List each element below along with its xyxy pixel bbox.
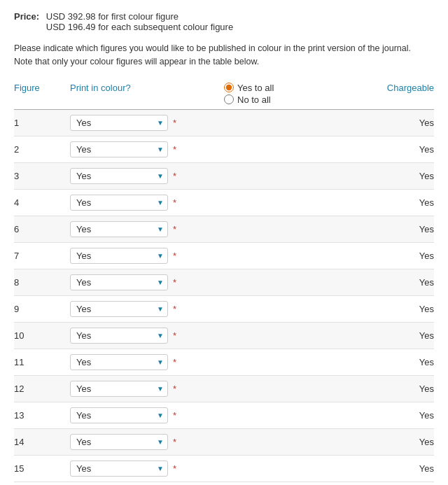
row-print[interactable]: YesNo▼*	[70, 115, 224, 131]
row-chargeable: Yes	[224, 357, 434, 367]
row-figure: 14	[14, 437, 70, 447]
table-row: 1YesNo▼*Yes	[14, 110, 434, 136]
required-star: *	[173, 224, 176, 234]
required-star: *	[173, 304, 176, 314]
no-to-all-label: No to all	[237, 94, 271, 105]
print-select[interactable]: YesNo	[70, 328, 168, 344]
print-select[interactable]: YesNo	[70, 221, 168, 237]
print-select[interactable]: YesNo	[70, 168, 168, 184]
table-row: 14YesNo▼*Yes	[14, 429, 434, 456]
table-row: 8YesNo▼*Yes	[14, 269, 434, 296]
row-chargeable: Yes	[224, 118, 434, 128]
row-print[interactable]: YesNo▼*	[70, 301, 224, 317]
required-star: *	[173, 144, 176, 155]
required-star: *	[173, 251, 176, 261]
table-row: 7YesNo▼*Yes	[14, 243, 434, 269]
table-row: 6YesNo▼*Yes	[14, 216, 434, 243]
print-select[interactable]: YesNo	[70, 141, 168, 157]
print-select[interactable]: YesNo	[70, 115, 168, 131]
print-select[interactable]: YesNo	[70, 381, 168, 397]
row-print[interactable]: YesNo▼*	[70, 248, 224, 264]
print-select[interactable]: YesNo	[70, 248, 168, 264]
row-figure: 4	[14, 197, 70, 208]
row-chargeable: Yes	[224, 410, 434, 421]
yes-to-all-label: Yes to all	[237, 83, 274, 93]
print-select[interactable]: YesNo	[70, 301, 168, 317]
table-row: 12YesNo▼*Yes	[14, 376, 434, 402]
required-star: *	[173, 410, 176, 421]
row-chargeable: Yes	[224, 384, 434, 394]
no-to-all-radio[interactable]	[224, 94, 234, 104]
row-figure: 7	[14, 251, 70, 261]
required-star: *	[173, 197, 176, 208]
header-chargeable: Chargeable	[308, 83, 434, 93]
row-print[interactable]: YesNo▼*	[70, 461, 224, 477]
row-chargeable: Yes	[224, 171, 434, 181]
print-select[interactable]: YesNo	[70, 407, 168, 423]
row-print[interactable]: YesNo▼*	[70, 328, 224, 344]
info-line1: Please indicate which figures you would …	[14, 43, 411, 53]
row-figure: 6	[14, 224, 70, 234]
row-chargeable: Yes	[224, 304, 434, 314]
table-row: 15YesNo▼*Yes	[14, 456, 434, 482]
yes-to-all-option[interactable]: Yes to all	[224, 83, 308, 93]
row-chargeable: Yes	[224, 144, 434, 155]
row-print[interactable]: YesNo▼*	[70, 407, 224, 423]
row-chargeable: Yes	[224, 251, 434, 261]
print-select[interactable]: YesNo	[70, 195, 168, 211]
row-figure: 12	[14, 384, 70, 394]
row-chargeable: Yes	[224, 330, 434, 341]
row-chargeable: Yes	[224, 224, 434, 234]
row-chargeable: Yes	[224, 463, 434, 474]
row-figure: 8	[14, 277, 70, 288]
row-figure: 13	[14, 410, 70, 421]
yes-to-all-radio[interactable]	[224, 83, 234, 92]
header-yesno: Yes to all No to all	[224, 83, 308, 105]
required-star: *	[173, 357, 176, 367]
price-section: Price: USD 392.98 for first colour figur…	[14, 11, 434, 32]
price-line2: USD 196.49 for each subsequent colour fi…	[46, 22, 233, 32]
price-values: USD 392.98 for first colour figure USD 1…	[46, 11, 233, 32]
table-row: 4YesNo▼*Yes	[14, 190, 434, 216]
row-print[interactable]: YesNo▼*	[70, 381, 224, 397]
table-row: 11YesNo▼*Yes	[14, 349, 434, 376]
row-figure: 2	[14, 144, 70, 155]
table-row: 9YesNo▼*Yes	[14, 296, 434, 323]
table-row: 3YesNo▼*Yes	[14, 163, 434, 190]
print-select[interactable]: YesNo	[70, 461, 168, 477]
print-select[interactable]: YesNo	[70, 354, 168, 370]
print-select[interactable]: YesNo	[70, 434, 168, 450]
row-print[interactable]: YesNo▼*	[70, 141, 224, 157]
row-figure: 11	[14, 357, 70, 367]
row-figure: 10	[14, 330, 70, 341]
required-star: *	[173, 171, 176, 181]
print-select[interactable]: YesNo	[70, 274, 168, 290]
required-star: *	[173, 118, 176, 128]
row-figure: 1	[14, 118, 70, 128]
row-chargeable: Yes	[224, 437, 434, 447]
row-print[interactable]: YesNo▼*	[70, 434, 224, 450]
table-row: 10YesNo▼*Yes	[14, 323, 434, 349]
yes-no-toggle[interactable]: Yes to all No to all	[224, 83, 308, 105]
table-row: 2YesNo▼*Yes	[14, 136, 434, 163]
table-row: 13YesNo▼*Yes	[14, 402, 434, 429]
row-print[interactable]: YesNo▼*	[70, 168, 224, 184]
info-text: Please indicate which figures you would …	[14, 42, 434, 69]
header-figure: Figure	[14, 83, 70, 93]
required-star: *	[173, 330, 176, 341]
row-print[interactable]: YesNo▼*	[70, 354, 224, 370]
required-star: *	[173, 384, 176, 394]
no-to-all-option[interactable]: No to all	[224, 94, 308, 105]
row-print[interactable]: YesNo▼*	[70, 195, 224, 211]
row-chargeable: Yes	[224, 277, 434, 288]
price-label: Price:	[14, 11, 39, 22]
info-line2: Note that only your colour figures will …	[14, 57, 259, 66]
required-star: *	[173, 277, 176, 288]
row-print[interactable]: YesNo▼*	[70, 221, 224, 237]
required-star: *	[173, 463, 176, 474]
row-figure: 15	[14, 463, 70, 474]
figures-table: 1YesNo▼*Yes2YesNo▼*Yes3YesNo▼*Yes4YesNo▼…	[14, 110, 434, 482]
header-print: Print in colour?	[70, 83, 224, 93]
row-print[interactable]: YesNo▼*	[70, 274, 224, 290]
row-figure: 3	[14, 171, 70, 181]
